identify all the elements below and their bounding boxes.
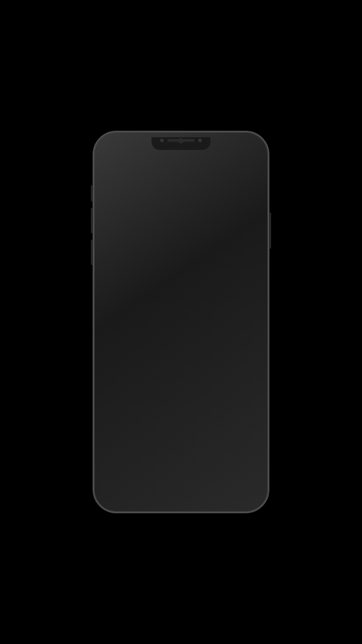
- podcast-author: Tracey Franklin: [161, 262, 201, 269]
- resume-label: Resume: [171, 281, 200, 289]
- search-icon: 🔍: [238, 482, 251, 494]
- svg-point-5: [158, 187, 163, 199]
- svg-text:Stylist: Stylist: [105, 463, 115, 466]
- podcast-hero: The Aspiring Stylist with Tracey Frankli…: [96, 155, 266, 343]
- episode-play-button-2[interactable]: [233, 457, 239, 465]
- more-episode-icon[interactable]: ···: [252, 420, 258, 430]
- episodes-header: Episodes ∨ See All: [96, 343, 266, 365]
- episode-action-icons: ⊕ ···: [239, 420, 258, 430]
- episodes-title: Episodes: [104, 349, 144, 360]
- episode-date-label-2: JANUARY 30: [104, 443, 258, 448]
- time-left: 12 min left: [208, 422, 235, 428]
- phone-screen: ‹ ✓ ···: [96, 135, 266, 509]
- browse-icon: ⊞: [156, 482, 164, 494]
- skip-icon: 30: [249, 459, 254, 463]
- episode-desc-text: Let's set the scene: you just graduated …: [105, 310, 246, 325]
- svg-point-4: [148, 188, 155, 199]
- add-episode-icon[interactable]: ⊕: [239, 420, 246, 430]
- dot-3: [110, 371, 112, 374]
- podcast-title: The Aspiring Stylist with Tracey Frankli…: [107, 251, 255, 260]
- resume-button[interactable]: Resume: [131, 275, 231, 295]
- tab-browse-label: Browse: [152, 495, 167, 500]
- play-icon: [162, 282, 168, 288]
- svg-text:Franklin: Franklin: [192, 200, 204, 203]
- table-row: MONDAY 10. How to Build Your Clientele f…: [96, 365, 266, 438]
- podcast-meta: Fashion & Beauty · Updated Weekly: [105, 329, 257, 336]
- episode-progress-bar[interactable]: [122, 424, 203, 426]
- more-button-text[interactable]: MORE: [234, 318, 252, 325]
- svg-text:Stylist: Stylist: [188, 184, 215, 194]
- episode-day: MONDAY: [121, 370, 144, 375]
- episode-dots: [104, 371, 119, 374]
- podcast-description: Monday: How to Build Your Clientele from…: [105, 302, 257, 327]
- episode-title-2: How to Build Your Clientele from S...: [128, 454, 229, 461]
- episodes-title-group: Episodes ∨: [104, 349, 151, 360]
- svg-text:The: The: [105, 456, 110, 459]
- episode-thumb-2: The Aspiring Stylist: [104, 451, 124, 471]
- episode-date-label: MONDAY: [104, 370, 258, 375]
- top-bar: ‹ ✓ ···: [96, 135, 266, 155]
- episode-controls: 12 min left ⊕ ···: [104, 418, 258, 432]
- tab-browse[interactable]: ⊞ Browse: [146, 482, 173, 500]
- episode-date-2: February 6, 2023: [128, 461, 229, 468]
- svg-rect-11: [162, 212, 182, 245]
- episode-list: MONDAY 10. How to Build Your Clientele f…: [96, 365, 266, 478]
- episode-info-2: How to Build Your Clientele from S... Fe…: [128, 454, 229, 468]
- tab-search-label: Search: [237, 495, 252, 500]
- dot-1: [104, 371, 106, 374]
- library-icon: ▤: [197, 482, 207, 494]
- episode-play-button[interactable]: [104, 418, 117, 432]
- tab-search[interactable]: 🔍 Search: [231, 482, 258, 500]
- episode-number-title: 10. How to Build Your Clientele from Scr…: [104, 378, 258, 386]
- screen-content: ‹ ✓ ···: [96, 135, 266, 509]
- episode-day-2: JANUARY 30: [104, 443, 137, 448]
- more-button[interactable]: ···: [250, 142, 257, 152]
- top-bar-right: ✓ ···: [236, 142, 257, 152]
- top-bar-left: ‹: [105, 142, 108, 152]
- svg-text:with Tracey: with Tracey: [190, 195, 206, 199]
- home-indicator[interactable]: [154, 504, 208, 506]
- podcast-cover: The Aspiring Stylist with Tracey Frankli…: [138, 159, 224, 245]
- episode-title-bold: Monday: How to Build Your Clientele from…: [105, 302, 248, 309]
- back-button[interactable]: ‹: [105, 142, 108, 152]
- phone-wrapper: ‹ ✓ ···: [93, 131, 269, 513]
- episode-description: Let's set the scene: you just graduated …: [104, 389, 258, 414]
- listen-now-icon: ▶: [114, 482, 121, 494]
- power-button: [269, 212, 271, 249]
- check-button[interactable]: ✓: [236, 142, 243, 152]
- dot-4: [113, 371, 115, 374]
- skip-30-button[interactable]: 30: [245, 454, 258, 468]
- tab-library[interactable]: ▤ Library: [189, 482, 216, 500]
- mute-button: [91, 240, 93, 265]
- tab-listen-now-label: Listen Now: [106, 495, 129, 500]
- dot-5: [116, 371, 119, 374]
- svg-point-23: [115, 460, 121, 469]
- tab-library-label: Library: [195, 495, 209, 500]
- episodes-chevron-icon[interactable]: ∨: [147, 351, 151, 358]
- table-row: JANUARY 30 The Aspiring Stylist: [96, 437, 266, 477]
- episodes-section: Episodes ∨ See All: [96, 343, 266, 509]
- episode-row-2: The Aspiring Stylist How to Build Your C…: [104, 451, 258, 471]
- svg-text:⊕ SP: ⊕ SP: [142, 239, 148, 242]
- thumb-artwork-2: The Aspiring Stylist: [104, 451, 124, 471]
- volume-up-button: [91, 185, 93, 202]
- tab-listen-now[interactable]: ▶ Listen Now: [104, 482, 131, 500]
- dot-2: [107, 371, 109, 374]
- see-all-button[interactable]: See All: [236, 350, 258, 358]
- svg-point-10: [166, 192, 178, 207]
- episode-controls-2: 30: [233, 454, 258, 468]
- cover-artwork: The Aspiring Stylist with Tracey Frankli…: [138, 159, 224, 245]
- progress-dot: [126, 423, 130, 427]
- play-triangle-icon: [109, 422, 113, 428]
- svg-text:Aspiring: Aspiring: [105, 460, 116, 462]
- volume-down-button: [91, 208, 93, 233]
